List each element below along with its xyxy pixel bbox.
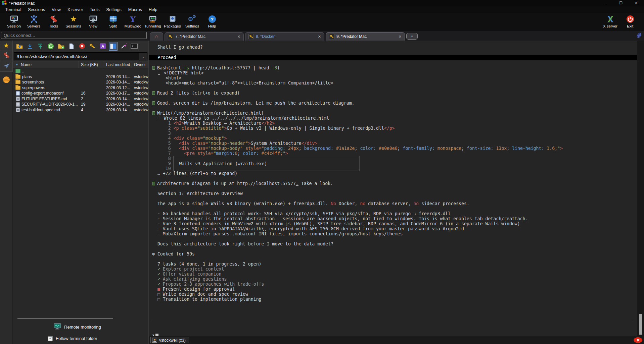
swiss-knife-icon (49, 14, 58, 24)
menu-view[interactable]: View (48, 7, 64, 13)
terminal-line: - Vue 3 frontend renders in WebView2 wit… (152, 221, 637, 226)
terminal-line: - Vault uses SQLite in %APPDATA%\Wraith\… (152, 226, 637, 231)
menu-help[interactable]: Help (145, 7, 161, 13)
dual-pane-toggle[interactable] (109, 42, 117, 50)
file-name: FUTURE-FEATURES.md (21, 97, 67, 101)
terminal-output[interactable]: Shall I go ahead? ProceedBash(curl -s ht… (149, 41, 637, 336)
menu-bar: Terminal Sessions View X server Tools Se… (0, 6, 644, 13)
toolbar-multiexec-button[interactable]: Y MultiExec (123, 14, 143, 28)
table-row[interactable]: config-export.mobaconf162026-03-17...vst… (13, 91, 148, 96)
tab-close-icon[interactable]: ✕ (399, 35, 402, 39)
terminal-line: Bash(curl -s http://localhost:57577 | he… (152, 65, 637, 70)
sidebar-globe-icon[interactable] (2, 76, 10, 85)
menu-xserver[interactable]: X server (64, 7, 87, 13)
parent-dir-button[interactable] (15, 42, 24, 50)
menu-macros[interactable]: Macros (125, 7, 145, 13)
session-key-icon (248, 34, 254, 39)
tab-docker-8[interactable]: 8. *Docker ✕ (245, 32, 324, 41)
file-name: screenshots (22, 80, 44, 84)
menu-settings[interactable]: Settings (103, 7, 125, 13)
minimize-button[interactable]: – (598, 0, 613, 6)
table-row[interactable]: superpowers2026-03-12...vstockw (13, 85, 148, 91)
toolbar-view-button[interactable]: View (83, 14, 103, 28)
close-session-icon[interactable] (634, 337, 642, 343)
terminal-status-bar: vstockwell (x3) (149, 336, 644, 344)
terminal-line (152, 60, 637, 65)
terminal-line: ✓ Explore project context (152, 267, 637, 272)
checkbox-checked-icon[interactable]: ✓ (48, 336, 53, 341)
user-session-button[interactable]: vstockwell (x3) (150, 337, 189, 343)
menu-terminal[interactable]: Terminal (2, 7, 25, 13)
wand-icon[interactable] (120, 42, 128, 50)
new-folder-button[interactable] (57, 42, 65, 50)
quick-connect-input[interactable] (1, 32, 147, 39)
star-icon: ★ (3, 42, 9, 50)
toolbar-help-button[interactable]: ? Help (202, 14, 222, 28)
toolbar-tunneling-button[interactable]: Tunneling (143, 14, 163, 28)
session-monitor-icon (10, 14, 18, 24)
upload-button[interactable] (36, 42, 44, 50)
main-toolbar: Session Servers Tools ★ Sessions View Sp… (0, 13, 644, 31)
toolbar-label: Sessions (65, 24, 81, 28)
tab-label: 7. *Predator Mac (175, 34, 205, 39)
open-terminal-button[interactable]: > (130, 42, 138, 50)
paperclip-icon[interactable] (634, 31, 643, 40)
refresh-button[interactable] (47, 42, 55, 50)
column-header-size[interactable]: Size (KB) (79, 61, 104, 68)
tab-close-icon[interactable]: ✕ (318, 35, 321, 39)
gear-icon: ⚙⚙ (188, 14, 197, 24)
table-row[interactable]: .. (13, 68, 148, 74)
column-header-modified[interactable]: Last modified (104, 61, 132, 68)
toolbar-xserver-button[interactable]: X server (600, 14, 620, 28)
session-key-icon (168, 34, 173, 39)
toolbar-sessions-button[interactable]: ★ Sessions (63, 14, 83, 28)
sidebar-macros-button[interactable] (0, 61, 13, 72)
path-dropdown-icon[interactable]: ⌄ (139, 53, 147, 60)
user-session-label: vstockwell (x3) (159, 338, 186, 343)
message-bullet-icon (152, 111, 155, 115)
divider (152, 321, 634, 321)
rename-button[interactable]: A (99, 42, 107, 50)
maximize-button[interactable]: ❐ (613, 0, 629, 6)
sidebar-tools-button[interactable] (0, 51, 13, 61)
download-button[interactable] (26, 42, 34, 50)
terminal-scrollbar[interactable] (637, 41, 644, 336)
tab-predator-7[interactable]: 7. *Predator Mac ✕ (165, 32, 244, 41)
follow-terminal-checkbox[interactable]: ✓ Follow terminal folder (48, 336, 97, 341)
table-row[interactable]: test-buildout-spec.md42026-03-14...vstoc… (13, 107, 148, 113)
toolbar-exit-button[interactable]: Exit (620, 14, 640, 28)
toolbar-servers-button[interactable]: Servers (24, 14, 44, 28)
remote-monitoring-button[interactable]: Remote monitoring (54, 323, 101, 331)
toolbar-session-button[interactable]: Session (4, 14, 24, 28)
tab-home[interactable]: ⌂ (150, 32, 163, 41)
key-button[interactable] (88, 42, 96, 50)
file-name: .. (22, 69, 25, 73)
table-row[interactable]: SECURITY-AUDIT-2026-03-1...192026-03-14.… (13, 102, 148, 107)
menu-sessions[interactable]: Sessions (25, 7, 48, 13)
toolbar-settings-button[interactable]: ⚙⚙ Settings (182, 14, 202, 28)
toolbar-tools-button[interactable]: Tools (44, 14, 63, 28)
terminal-line: - MobaXterm importer parses .mobaconf IN… (152, 231, 637, 236)
md-icon (16, 108, 20, 112)
table-row[interactable]: screenshots2026-03-14...vstockw (13, 79, 148, 85)
sidebar-sessions-button[interactable]: ★ (0, 41, 13, 51)
sidebar: ★ (0, 41, 149, 344)
toolbar-packages-button[interactable]: Packages (163, 14, 182, 28)
path-bar[interactable]: /Users/vstockwell/repos/wraith/docs/ ⌄ (14, 52, 147, 60)
toolbar-split-button[interactable]: Split (103, 14, 123, 28)
menu-tools[interactable]: Tools (86, 7, 103, 13)
column-header-owner[interactable]: Owner (132, 61, 148, 68)
toolbar-label: Packages (164, 24, 181, 28)
terminal-line: <head><meta charset="utf-8"><title>Brain… (152, 80, 637, 85)
app-logo-icon (2, 0, 7, 6)
delete-button[interactable] (78, 42, 86, 50)
scrollbar-thumb[interactable] (639, 314, 642, 335)
column-header-name[interactable]: ▼ Name (13, 61, 79, 68)
tab-predator-9[interactable]: 9. *Predator Mac ✕ (326, 32, 405, 41)
tab-close-icon[interactable]: ✕ (237, 35, 240, 39)
close-button[interactable]: ✕ (629, 0, 644, 6)
table-row[interactable]: plans2026-03-14...vstockw (13, 74, 148, 80)
table-row[interactable]: FUTURE-FEATURES.md22026-03-14...vstockw (13, 96, 148, 102)
new-file-button[interactable] (67, 42, 76, 50)
new-tab-button[interactable]: + (406, 33, 418, 40)
